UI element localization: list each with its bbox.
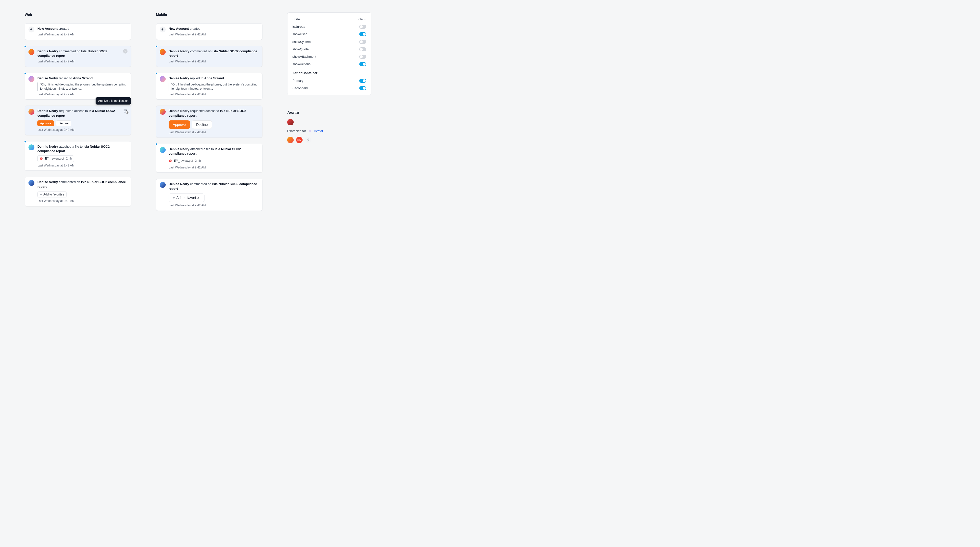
notification-title: Denise Nedry replied to Anna Srzand <box>37 76 127 81</box>
approve-button[interactable]: Approve <box>169 120 190 129</box>
user-avatar <box>160 49 165 55</box>
bolt-icon <box>29 27 34 32</box>
notification-title: Dennis Nedry requested access to Isla Nu… <box>169 109 259 118</box>
toggle-showattachment[interactable] <box>359 55 366 59</box>
control-state[interactable]: State Idle <box>293 17 366 22</box>
notification-favorite[interactable]: Denise Nedry commented on Isla Nublar SO… <box>156 179 262 211</box>
toggle-isunread[interactable] <box>359 25 366 29</box>
notification-title: Dennis Nedry commented on Isla Nublar SO… <box>37 49 119 58</box>
section-actioncontainer: ActionContainer <box>293 71 366 75</box>
notification-timestamp: Last Wednesday at 9:42 AM <box>37 32 127 37</box>
user-avatar <box>160 109 165 115</box>
notification-title: Denise Nedry commented on Isla Nublar SO… <box>169 182 259 191</box>
approve-button[interactable]: Approve <box>37 120 54 126</box>
avatar-example-photo <box>287 137 294 143</box>
toggle-showsystem[interactable] <box>359 40 366 44</box>
notification-timestamp: Last Wednesday at 9:42 AM <box>37 128 119 132</box>
notification-title: Dennis Nedry attached a file to Isla Nub… <box>169 147 259 156</box>
unread-indicator-icon <box>24 72 27 75</box>
notification-timestamp: Last Wednesday at 9:42 AM <box>169 166 259 170</box>
user-avatar <box>29 49 34 55</box>
user-avatar <box>160 182 165 188</box>
notification-title: New Account created <box>37 27 127 31</box>
toggle-showactions[interactable] <box>359 62 366 66</box>
notification-quote: “Oh, I finished de-bugging the phones, b… <box>37 83 127 91</box>
notification-access-request[interactable]: Dennis Nedry requested access to Isla Nu… <box>156 105 262 137</box>
add-to-favorites-button[interactable]: +Add to favorites <box>37 191 67 198</box>
avatar-example-system <box>305 137 312 143</box>
bolt-icon <box>160 27 165 32</box>
unread-indicator-icon <box>155 143 158 145</box>
unread-indicator-icon <box>155 45 158 48</box>
notification-attachment[interactable]: Dennis Nedry attached a file to Isla Nub… <box>25 141 131 171</box>
unread-indicator-icon <box>24 45 27 48</box>
avatar-examples-label: Examples for <box>287 129 306 133</box>
notification-access-request[interactable]: Archive this notification Dennis Nedry r… <box>25 105 131 135</box>
notification-title: Dennis Nedry requested access to Isla Nu… <box>37 109 119 118</box>
attachment-chip[interactable]: EY_review.pdf 2mb <box>169 158 203 164</box>
chevron-down-icon <box>364 18 366 21</box>
svg-rect-0 <box>124 110 127 110</box>
attachment-size: 2mb <box>66 156 72 161</box>
file-pdf-icon <box>40 157 43 160</box>
avatar-example-initials: DN <box>296 137 302 143</box>
notification-title: Dennis Nedry attached a file to Isla Nub… <box>37 144 127 153</box>
user-avatar <box>29 144 34 150</box>
notification-title: Denise Nedry commented on Isla Nublar SO… <box>37 180 127 189</box>
notification-timestamp: Last Wednesday at 9:42 AM <box>169 203 259 207</box>
plus-icon: + <box>173 196 175 200</box>
notification-quote: “Oh, I finished de-bugging the phones, b… <box>169 83 259 91</box>
close-icon[interactable] <box>123 49 127 54</box>
notification-title: New Account created <box>169 27 259 31</box>
toggle-primary[interactable] <box>359 79 366 83</box>
notification-attachment[interactable]: Dennis Nedry attached a file to Isla Nub… <box>156 144 262 173</box>
notification-timestamp: Last Wednesday at 9:42 AM <box>169 32 259 37</box>
user-avatar <box>160 76 165 82</box>
column-header-web: Web <box>25 13 131 18</box>
unread-indicator-icon <box>155 72 158 75</box>
user-avatar <box>29 76 34 82</box>
decline-button[interactable]: Decline <box>56 120 71 126</box>
notification-timestamp: Last Wednesday at 9:42 AM <box>37 92 127 97</box>
notification-system-new-account[interactable]: New Account created Last Wednesday at 9:… <box>156 23 262 40</box>
user-avatar <box>160 147 165 153</box>
notification-system-new-account[interactable]: New Account created Last Wednesday at 9:… <box>25 23 131 40</box>
toggle-showquote[interactable] <box>359 47 366 51</box>
avatar-heading: Avatar <box>287 110 371 115</box>
notification-timestamp: Last Wednesday at 9:42 AM <box>37 199 127 203</box>
attachment-chip[interactable]: EY_review.pdf 2mb <box>37 155 74 162</box>
archive-icon[interactable] <box>123 109 127 113</box>
file-pdf-icon <box>169 159 172 163</box>
notification-title: Dennis Nedry commented on Isla Nublar SO… <box>169 49 259 58</box>
attachment-size: 2mb <box>195 159 201 163</box>
plus-icon: + <box>40 193 42 196</box>
component-icon <box>309 129 312 132</box>
notification-title: Denise Nedry replied to Anna Srzand <box>169 76 259 81</box>
decline-button[interactable]: Decline <box>192 120 212 129</box>
notification-timestamp: Last Wednesday at 9:42 AM <box>169 130 259 134</box>
unread-indicator-icon <box>24 140 27 143</box>
attachment-filename: EY_review.pdf <box>174 159 193 163</box>
notification-comment[interactable]: Dennis Nedry commented on Isla Nublar SO… <box>25 46 131 67</box>
notification-timestamp: Last Wednesday at 9:42 AM <box>169 59 259 64</box>
controls-panel: State Idle isUnread showUser showSystem … <box>287 13 371 95</box>
notification-favorite[interactable]: Denise Nedry commented on Isla Nublar SO… <box>25 177 131 206</box>
notification-reply[interactable]: Denise Nedry replied to Anna Srzand “Oh,… <box>156 73 262 100</box>
toggle-secondary[interactable] <box>359 86 366 90</box>
column-header-mobile: Mobile <box>156 13 262 18</box>
attachment-filename: EY_review.pdf <box>45 156 64 161</box>
state-value: Idle <box>358 17 363 22</box>
notification-timestamp: Last Wednesday at 9:42 AM <box>169 92 259 97</box>
add-to-favorites-button[interactable]: +Add to favorites <box>169 193 205 202</box>
user-avatar <box>29 109 34 115</box>
user-avatar <box>29 180 34 186</box>
notification-comment[interactable]: Dennis Nedry commented on Isla Nublar SO… <box>156 46 262 67</box>
toggle-showuser[interactable] <box>359 32 366 36</box>
avatar-link[interactable]: Avatar <box>314 129 323 133</box>
notification-timestamp: Last Wednesday at 9:42 AM <box>37 164 127 168</box>
avatar-preview <box>287 119 294 125</box>
notification-timestamp: Last Wednesday at 9:42 AM <box>37 59 119 64</box>
archive-tooltip: Archive this notification <box>95 97 131 105</box>
notification-reply[interactable]: Denise Nedry replied to Anna Srzand “Oh,… <box>25 73 131 100</box>
